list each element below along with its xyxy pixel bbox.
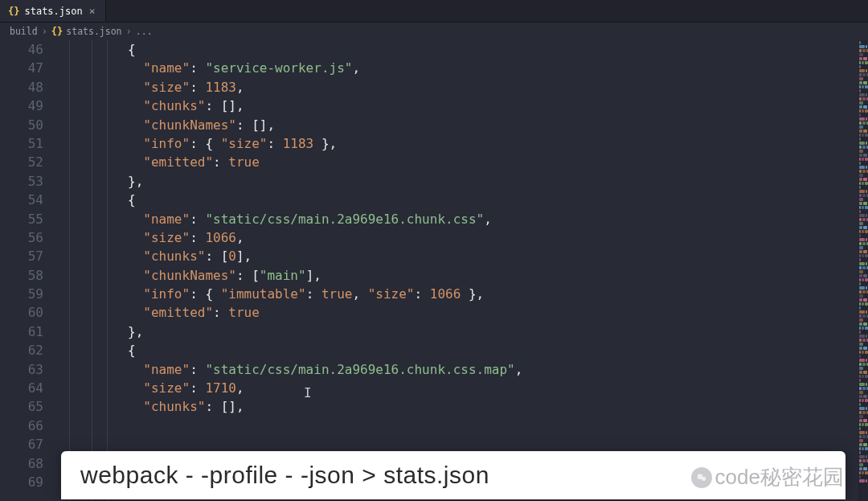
minimap[interactable] xyxy=(858,40,868,501)
line-number: 46 xyxy=(0,40,43,59)
breadcrumb-file[interactable]: {} stats.json xyxy=(51,26,122,37)
breadcrumb-label: ... xyxy=(136,26,153,37)
chevron-right-icon: › xyxy=(126,26,132,37)
code-line[interactable]: "chunks": [0], xyxy=(66,247,868,265)
tab-bar: {} stats.json × xyxy=(0,0,868,23)
code-line[interactable]: "emitted": true xyxy=(66,303,868,322)
line-number: 48 xyxy=(0,78,43,97)
json-icon: {} xyxy=(8,6,19,17)
line-number: 68 xyxy=(0,454,43,473)
line-number: 53 xyxy=(0,172,43,191)
line-number: 64 xyxy=(0,379,43,397)
line-number: 61 xyxy=(0,322,43,341)
line-number: 66 xyxy=(0,417,43,435)
breadcrumb-label: stats.json xyxy=(66,26,121,37)
line-number: 49 xyxy=(0,97,43,115)
code-line[interactable]: "info": { "immutable": true, "size": 106… xyxy=(66,285,868,303)
line-number: 51 xyxy=(0,134,43,153)
command-overlay: webpack - -profile - -json > stats.json xyxy=(61,451,845,499)
code-line[interactable]: "emitted": true xyxy=(66,153,868,171)
breadcrumb-more[interactable]: ... xyxy=(136,26,153,37)
line-number: 56 xyxy=(0,228,43,247)
code-line[interactable]: "chunks": [], xyxy=(66,97,868,115)
line-number: 57 xyxy=(0,247,43,265)
line-number: 58 xyxy=(0,266,43,285)
code-line[interactable]: { xyxy=(66,40,868,59)
chevron-right-icon: › xyxy=(42,26,47,37)
code-line[interactable]: }, xyxy=(66,172,868,191)
code-line[interactable]: "size": 1183, xyxy=(66,78,868,97)
tab-label: stats.json xyxy=(24,6,82,17)
code-line[interactable] xyxy=(66,417,868,435)
code-line[interactable]: "name": "service-worker.js", xyxy=(66,59,868,77)
code-line[interactable]: "size": 1066, xyxy=(66,228,868,247)
line-number: 54 xyxy=(0,191,43,209)
code-line[interactable]: { xyxy=(66,341,868,359)
line-number: 62 xyxy=(0,341,43,359)
line-number: 60 xyxy=(0,303,43,322)
line-number: 50 xyxy=(0,116,43,134)
line-number: 67 xyxy=(0,435,43,454)
tab-stats-json[interactable]: {} stats.json × xyxy=(0,0,106,22)
code-line[interactable]: "name": "static/css/main.2a969e16.chunk.… xyxy=(66,360,868,379)
line-number: 63 xyxy=(0,360,43,379)
code-line[interactable]: "chunks": [], xyxy=(66,397,868,416)
line-number: 47 xyxy=(0,59,43,77)
line-number: 59 xyxy=(0,285,43,303)
json-icon: {} xyxy=(51,26,63,37)
line-number: 65 xyxy=(0,397,43,416)
line-number: 69 xyxy=(0,473,43,491)
line-number: 55 xyxy=(0,210,43,228)
close-icon[interactable]: × xyxy=(88,5,97,17)
code-editor[interactable]: 4647484950515253545556575859606162636465… xyxy=(0,40,868,501)
code-line[interactable]: { xyxy=(66,191,868,209)
code-line[interactable]: "size": 1710, xyxy=(66,379,868,397)
code-line[interactable]: "name": "static/css/main.2a969e16.chunk.… xyxy=(66,210,868,228)
code-line[interactable]: "info": { "size": 1183 }, xyxy=(66,134,868,153)
code-line[interactable]: "chunkNames": [], xyxy=(66,116,868,134)
code-line[interactable]: "chunkNames": ["main"], xyxy=(66,266,868,285)
line-number-gutter: 4647484950515253545556575859606162636465… xyxy=(0,40,58,501)
code-content[interactable]: { "name": "service-worker.js", "size": 1… xyxy=(58,40,868,501)
command-text: webpack - -profile - -json > stats.json xyxy=(80,462,489,489)
line-number: 52 xyxy=(0,153,43,171)
code-line[interactable]: }, xyxy=(66,322,868,341)
breadcrumb: build › {} stats.json › ... xyxy=(0,23,868,40)
breadcrumb-folder[interactable]: build xyxy=(10,26,38,37)
breadcrumb-label: build xyxy=(10,26,38,37)
